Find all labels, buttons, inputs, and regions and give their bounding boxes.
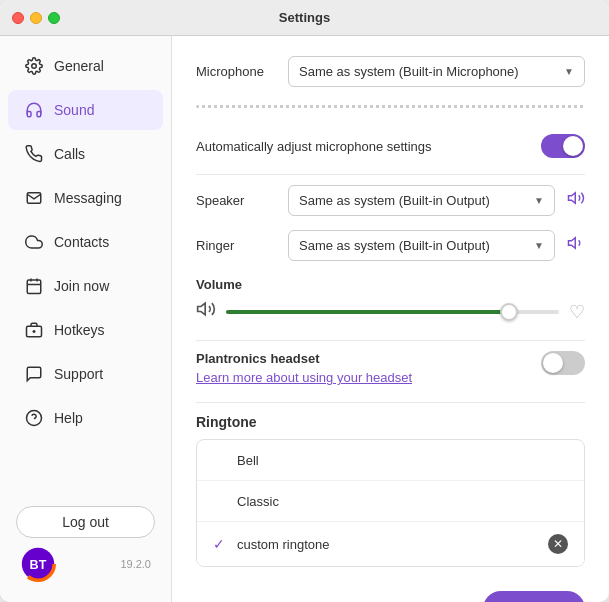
speaker-row: Speaker Same as system (Built-in Output)… <box>196 185 585 216</box>
traffic-lights <box>12 12 60 24</box>
volume-slider[interactable] <box>226 302 559 322</box>
headset-section: Plantronics headset Learn more about usi… <box>196 351 585 386</box>
sidebar-bottom: Log out BT 19.2.0 <box>0 498 171 594</box>
ringer-dropdown[interactable]: Same as system (Built-in Output) ▼ <box>288 230 555 261</box>
title-bar: Settings <box>0 0 609 36</box>
ringtone-item-classic[interactable]: ✓ Classic <box>197 481 584 522</box>
ringtone-item-bell[interactable]: ✓ Bell <box>197 440 584 481</box>
auto-adjust-row: Automatically adjust microphone settings <box>196 134 585 158</box>
volume-icon <box>196 299 216 324</box>
sidebar-hotkeys-label: Hotkeys <box>54 322 105 338</box>
svg-rect-2 <box>27 280 41 294</box>
add-new-button[interactable]: Add new <box>483 591 585 602</box>
speaker-dropdown-arrow: ▼ <box>534 195 544 206</box>
ringtone-custom-label: custom ringtone <box>237 537 330 552</box>
headset-info: Plantronics headset Learn more about usi… <box>196 351 412 386</box>
custom-check-icon: ✓ <box>213 536 229 552</box>
sidebar-item-joinnow[interactable]: Join now <box>8 266 163 306</box>
microphone-slider-container <box>196 101 585 120</box>
microphone-label: Microphone <box>196 64 276 79</box>
ringer-test-icon[interactable] <box>567 234 585 257</box>
sidebar-calls-label: Calls <box>54 146 85 162</box>
minimize-button[interactable] <box>30 12 42 24</box>
hotkeys-icon <box>24 320 44 340</box>
svg-text:BT: BT <box>30 558 47 572</box>
auto-adjust-label: Automatically adjust microphone settings <box>196 139 432 154</box>
sidebar-support-label: Support <box>54 366 103 382</box>
sidebar-item-messaging[interactable]: Messaging <box>8 178 163 218</box>
sidebar-general-label: General <box>54 58 104 74</box>
sidebar-item-help[interactable]: Help <box>8 398 163 438</box>
speaker-test-icon[interactable] <box>567 189 585 212</box>
bt-logo-area: BT 19.2.0 <box>16 546 155 582</box>
ringtone-classic-label: Classic <box>237 494 279 509</box>
sidebar-contacts-label: Contacts <box>54 234 109 250</box>
ringer-row: Ringer Same as system (Built-in Output) … <box>196 230 585 261</box>
volume-label-row: Volume <box>196 275 585 293</box>
svg-marker-15 <box>569 238 576 249</box>
microphone-dropdown-arrow: ▼ <box>564 66 574 77</box>
auto-adjust-toggle[interactable] <box>541 134 585 158</box>
sidebar-item-general[interactable]: General <box>8 46 163 86</box>
microphone-value: Same as system (Built-in Microphone) <box>299 64 519 79</box>
sidebar-help-label: Help <box>54 410 83 426</box>
divider-2 <box>196 340 585 341</box>
volume-fill <box>226 310 509 314</box>
microphone-dropdown[interactable]: Same as system (Built-in Microphone) ▼ <box>288 56 585 87</box>
general-icon <box>24 56 44 76</box>
maximize-button[interactable] <box>48 12 60 24</box>
sidebar-item-sound[interactable]: Sound <box>8 90 163 130</box>
logout-button[interactable]: Log out <box>16 506 155 538</box>
support-icon <box>24 364 44 384</box>
messaging-icon <box>24 188 44 208</box>
sidebar-joinnow-label: Join now <box>54 278 109 294</box>
settings-window: Settings General Sound Calls <box>0 0 609 602</box>
bt-logo: BT <box>20 546 56 582</box>
ringtone-bell-label: Bell <box>237 453 259 468</box>
divider-1 <box>196 174 585 175</box>
volume-track <box>226 310 559 314</box>
headset-toggle[interactable] <box>541 351 585 375</box>
ringtone-list: ✓ Bell ✓ Classic ✓ custom ringtone ✕ <box>196 439 585 567</box>
volume-thumb[interactable] <box>500 303 518 321</box>
sidebar-item-calls[interactable]: Calls <box>8 134 163 174</box>
svg-marker-16 <box>198 303 206 315</box>
main-panel: Microphone Same as system (Built-in Micr… <box>172 36 609 602</box>
calls-icon <box>24 144 44 164</box>
sidebar: General Sound Calls Messaging <box>0 36 172 602</box>
close-button[interactable] <box>12 12 24 24</box>
svg-marker-14 <box>569 193 576 204</box>
help-icon <box>24 408 44 428</box>
sound-icon <box>24 100 44 120</box>
sidebar-item-hotkeys[interactable]: Hotkeys <box>8 310 163 350</box>
sidebar-item-contacts[interactable]: Contacts <box>8 222 163 262</box>
ringtone-heading: Ringtone <box>196 414 257 430</box>
main-content: General Sound Calls Messaging <box>0 36 609 602</box>
headset-row: Plantronics headset Learn more about usi… <box>196 351 585 386</box>
ringer-label: Ringer <box>196 238 276 253</box>
divider-3 <box>196 402 585 403</box>
speaker-value: Same as system (Built-in Output) <box>299 193 490 208</box>
sidebar-sound-label: Sound <box>54 102 94 118</box>
add-new-container: Add new <box>196 579 585 602</box>
ringtone-item-custom[interactable]: ✓ custom ringtone ✕ <box>197 522 584 566</box>
ringer-dropdown-arrow: ▼ <box>534 240 544 251</box>
speaker-label: Speaker <box>196 193 276 208</box>
ringer-value: Same as system (Built-in Output) <box>299 238 490 253</box>
sidebar-item-support[interactable]: Support <box>8 354 163 394</box>
headset-toggle-knob <box>543 353 563 373</box>
volume-row: ♡ <box>196 299 585 324</box>
microphone-row: Microphone Same as system (Built-in Micr… <box>196 56 585 87</box>
headset-link[interactable]: Learn more about using your headset <box>196 370 412 385</box>
auto-adjust-knob <box>563 136 583 156</box>
version-label: 19.2.0 <box>120 558 151 570</box>
ringtone-delete-button[interactable]: ✕ <box>548 534 568 554</box>
headset-title: Plantronics headset <box>196 351 412 366</box>
volume-heart-icon: ♡ <box>569 301 585 323</box>
svg-point-0 <box>32 64 37 69</box>
speaker-dropdown[interactable]: Same as system (Built-in Output) ▼ <box>288 185 555 216</box>
microphone-level-track <box>196 105 585 108</box>
sidebar-messaging-label: Messaging <box>54 190 122 206</box>
ringtone-section: Ringtone ✓ Bell ✓ Classic ✓ custom ringt… <box>196 413 585 602</box>
window-title: Settings <box>279 10 330 25</box>
